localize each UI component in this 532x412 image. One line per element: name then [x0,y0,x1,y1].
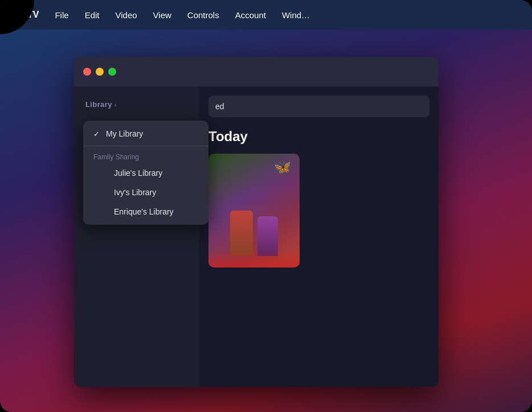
search-text: ed [215,102,224,111]
enriques-library-item[interactable]: Enrique's Library [83,202,208,221]
ivys-library-label: Ivy's Library [114,188,156,197]
maximize-button[interactable] [108,68,116,76]
menu-account[interactable]: Account [235,10,266,20]
screen: TV File Edit Video View Controls Account… [0,0,532,412]
chevron-down-icon: › [114,101,117,108]
menu-tv[interactable]: TV [27,10,39,20]
window-titlebar [74,57,439,86]
menu-window[interactable]: Wind… [282,10,310,20]
library-label: Library [85,100,112,109]
butterfly-icon: 🦋 [274,159,291,175]
family-sharing-label: Family Sharing [83,149,208,163]
menu-video[interactable]: Video [115,10,137,20]
library-dropdown: ✓ My Library Family Sharing Julie's Libr… [83,121,208,225]
my-library-item[interactable]: ✓ My Library [83,124,208,143]
movie-card[interactable]: 🦋 [208,154,300,267]
menu-file[interactable]: File [55,10,68,20]
library-header[interactable]: Library › ✓ My Library Family Sharing [74,96,199,113]
dropdown-separator [83,146,208,146]
search-bar[interactable]: ed [208,96,429,117]
app-window: Library › ✓ My Library Family Sharing [74,57,439,387]
ivys-library-item[interactable]: Ivy's Library [83,183,208,202]
enriques-library-label: Enrique's Library [114,207,174,216]
my-library-label: My Library [106,129,143,138]
today-header: Today [208,129,429,145]
sidebar: Library › ✓ My Library Family Sharing [74,86,199,387]
menubar: TV File Edit Video View Controls Account… [0,0,532,30]
checkmark-icon: ✓ [93,130,101,138]
julies-library-item[interactable]: Julie's Library [83,163,208,183]
minimize-button[interactable] [96,68,104,76]
julies-library-label: Julie's Library [114,168,162,178]
close-button[interactable] [83,68,91,76]
menu-view[interactable]: View [153,10,171,20]
menu-edit[interactable]: Edit [85,10,100,20]
right-panel: ed Today 🦋 [199,86,439,387]
window-content: Library › ✓ My Library Family Sharing [74,86,439,387]
menu-controls[interactable]: Controls [187,10,219,20]
